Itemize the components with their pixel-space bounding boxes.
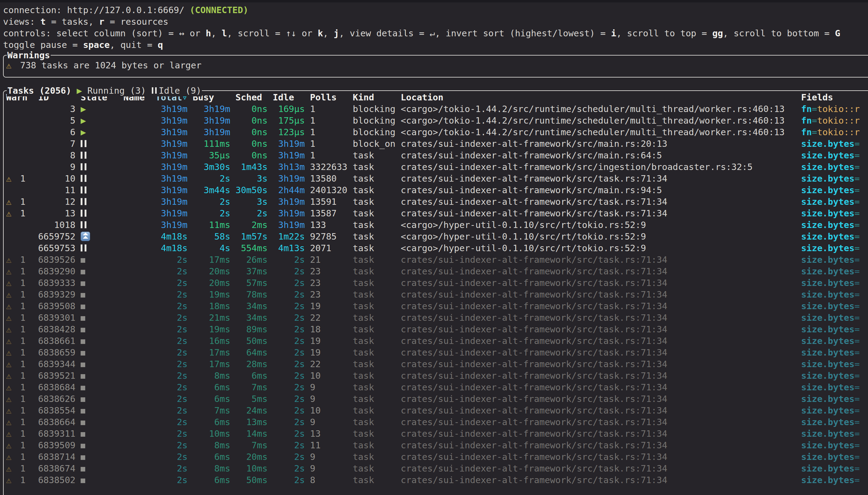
- task-sched-time: 50ms: [235, 474, 273, 486]
- field-equals: =: [854, 359, 860, 369]
- warning-icon: ⚠: [6, 207, 20, 219]
- task-warn-count: 1: [20, 208, 26, 219]
- task-sched-time: 26ms: [235, 254, 273, 266]
- task-state-icon: [76, 474, 123, 486]
- table-row[interactable]: ⚠1 6839508 2s 18ms 34ms 2s 19 task crate…: [6, 300, 868, 312]
- warning-icon: ⚠: [6, 393, 20, 405]
- table-row[interactable]: ⚠1 12 3h19m 2s 3s 3h19m 13591 task crate…: [6, 196, 868, 207]
- column-header-polls[interactable]: Polls: [310, 91, 353, 103]
- task-warn: ⚠1: [6, 440, 28, 451]
- task-fields: size.bytes=: [796, 451, 868, 463]
- column-header-fields[interactable]: Fields: [796, 91, 868, 103]
- field-key: size.bytes: [801, 417, 854, 427]
- table-row[interactable]: ⚠1 6839509 2s 8ms 7ms 2s 11 task crates/…: [6, 440, 868, 451]
- task-total-time: 2s: [155, 370, 193, 381]
- table-row[interactable]: ⚠1 6838659 2s 17ms 64ms 2s 19 task crate…: [6, 347, 868, 358]
- table-row[interactable]: 5 ▶ 3h19m 3h19m 0ns 175µs 1 blocking <ca…: [6, 115, 868, 126]
- task-id: 5: [28, 115, 76, 126]
- table-row[interactable]: 6659752 4m18s 58s 1m57s 1m22s 92785 task…: [6, 231, 868, 242]
- table-row[interactable]: ⚠1 6838684 2s 6ms 7ms 2s 9 task crates/s…: [6, 381, 868, 393]
- table-row[interactable]: ⚠1 6839333 2s 20ms 57ms 2s 23 task crate…: [6, 277, 868, 289]
- task-fields: size.bytes=: [796, 347, 868, 358]
- task-busy-time: 18ms: [193, 300, 235, 312]
- table-row[interactable]: 8 3h19m 35µs 0ns 3h19m 1 task crates/sui…: [6, 150, 868, 161]
- table-row[interactable]: ⚠1 6838554 2s 7ms 24ms 2s 10 task crates…: [6, 405, 868, 416]
- task-state-icon: [76, 150, 123, 161]
- task-sched-time: 0ns: [235, 138, 273, 150]
- task-polls: 133: [310, 219, 353, 231]
- task-idle-time: 3h19m: [273, 219, 310, 231]
- table-row[interactable]: ⚠1 6838428 2s 19ms 89ms 2s 18 task crate…: [6, 324, 868, 335]
- task-sched-time: 0ns: [235, 126, 273, 138]
- task-busy-time: 6ms: [193, 451, 235, 463]
- table-row[interactable]: ⚠1 13 3h19m 2s 2s 3h19m 13587 task crate…: [6, 207, 868, 219]
- table-row[interactable]: 11 3h19m 3m44s 30m50s 2h44m 2401320 task…: [6, 184, 868, 196]
- table-row[interactable]: ⚠1 6839526 2s 17ms 26ms 2s 21 task crate…: [6, 254, 868, 266]
- task-id: 6839508: [28, 300, 76, 312]
- task-total-time: 2s: [155, 277, 193, 289]
- task-sched-time: 7ms: [235, 381, 273, 393]
- table-row[interactable]: ⚠1 6839329 2s 19ms 78ms 2s 23 task crate…: [6, 289, 868, 300]
- task-id: 13: [28, 207, 76, 219]
- task-warn-count: 1: [20, 255, 26, 265]
- table-row[interactable]: ⚠1 6839344 2s 17ms 28ms 2s 22 task crate…: [6, 358, 868, 370]
- table-row[interactable]: ⚠1 6838674 2s 8ms 10ms 2s 9 task crates/…: [6, 463, 868, 474]
- table-row[interactable]: ⚠1 6838664 2s 6ms 13ms 2s 9 task crates/…: [6, 416, 868, 428]
- table-row[interactable]: ⚠1 6839311 2s 10ms 14ms 2s 13 task crate…: [6, 428, 868, 440]
- column-header-idle[interactable]: Idle: [273, 91, 310, 103]
- task-idle-time: 2s: [273, 440, 310, 451]
- column-header-sched[interactable]: Sched: [235, 91, 273, 103]
- task-total-time: 3h19m: [155, 115, 193, 126]
- column-header-location[interactable]: Location: [401, 91, 796, 103]
- toggle-pause-line: toggle pause = space, quit = q: [3, 39, 868, 51]
- task-idle-time: 2s: [273, 324, 310, 335]
- table-row[interactable]: ⚠1 6838661 2s 16ms 50ms 2s 19 task crate…: [6, 335, 868, 347]
- table-row[interactable]: ⚠1 6838714 2s 6ms 20ms 2s 9 task crates/…: [6, 451, 868, 463]
- stop-icon: [81, 455, 85, 460]
- table-row[interactable]: ⚠1 6838502 2s 6ms 50ms 2s 8 task crates/…: [6, 474, 868, 486]
- task-warn: ⚠1: [6, 393, 28, 405]
- task-state-icon: [76, 370, 123, 381]
- task-warn: ⚠1: [6, 428, 28, 440]
- task-kind: task: [353, 289, 401, 300]
- task-location: <cargo>/tokio-1.44.2/src/runtime/schedul…: [401, 103, 796, 115]
- task-warn-count: 1: [20, 312, 26, 323]
- stop-icon: [81, 362, 85, 367]
- table-row[interactable]: ⚠1 6839521 2s 8ms 6ms 2s 10 task crates/…: [6, 370, 868, 381]
- task-name: [123, 184, 155, 196]
- task-idle-time: 3h19m: [273, 207, 310, 219]
- column-header-kind[interactable]: Kind: [353, 91, 401, 103]
- field-key: size.bytes: [801, 428, 854, 439]
- table-row[interactable]: ⚠1 6839290 2s 20ms 37ms 2s 23 task crate…: [6, 266, 868, 277]
- task-id: 1018: [28, 219, 76, 231]
- task-busy-time: 11ms: [193, 219, 235, 231]
- table-row[interactable]: 1018 3h19m 11ms 2ms 3h19m 133 task <carg…: [6, 219, 868, 231]
- table-row[interactable]: 6659753 4m18s 4s 554ms 4m13s 2071 task <…: [6, 242, 868, 254]
- task-warn: [6, 161, 28, 173]
- table-row[interactable]: ⚠1 6839301 2s 21ms 34ms 2s 22 task crate…: [6, 312, 868, 324]
- task-total-time: 3h19m: [155, 196, 193, 207]
- task-total-time: 3h19m: [155, 126, 193, 138]
- table-row[interactable]: 6 ▶ 3h19m 3h19m 0ns 123µs 1 blocking <ca…: [6, 126, 868, 138]
- task-id: 6838428: [28, 324, 76, 335]
- task-total-time: 2s: [155, 463, 193, 474]
- pause-icon: [81, 152, 86, 159]
- warning-icon: ⚠: [6, 428, 20, 440]
- table-row[interactable]: 3 ▶ 3h19m 3h19m 0ns 169µs 1 blocking <ca…: [6, 103, 868, 115]
- task-kind: task: [353, 300, 401, 312]
- task-warn: ⚠1: [6, 405, 28, 416]
- task-state-icon: [76, 196, 123, 207]
- task-polls: 22: [310, 312, 353, 324]
- task-name: [123, 428, 155, 440]
- task-total-time: 2s: [155, 312, 193, 324]
- task-polls: 18: [310, 324, 353, 335]
- task-name: [123, 370, 155, 381]
- task-location: crates/sui-indexer-alt-framework/src/tas…: [401, 463, 796, 474]
- task-location: crates/sui-indexer-alt-framework/src/tas…: [401, 254, 796, 266]
- table-row[interactable]: 9 3h19m 3m30s 1m43s 3h13m 3322633 task c…: [6, 161, 868, 173]
- table-row[interactable]: ⚠1 6838626 2s 6ms 5ms 2s 9 task crates/s…: [6, 393, 868, 405]
- task-warn-count: 1: [20, 417, 26, 427]
- table-row[interactable]: 7 3h19m 111ms 0ns 3h19m 1 block_on crate…: [6, 138, 868, 150]
- table-row[interactable]: ⚠1 10 3h19m 2s 3s 3h19m 13580 task crate…: [6, 173, 868, 184]
- task-fields: size.bytes=: [796, 428, 868, 440]
